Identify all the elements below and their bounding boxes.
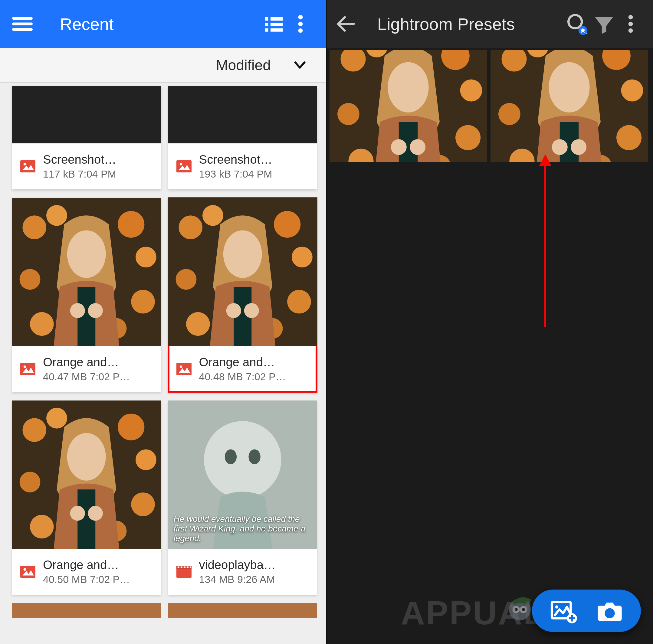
file-name-label: Screenshot… — [43, 153, 154, 166]
file-card[interactable]: Screenshot…117 kB 7:04 PM — [12, 86, 161, 189]
file-thumbnail — [12, 400, 161, 549]
file-caption-bar: Screenshot…193 kB 7:04 PM — [168, 143, 317, 189]
svg-point-37 — [298, 15, 303, 20]
file-thumbnail — [168, 86, 317, 143]
subtitle-caption: He would eventually be called the first … — [168, 514, 317, 543]
lightroom-title: Lightroom Presets — [359, 14, 564, 34]
file-name-label: Screenshot… — [199, 153, 311, 166]
svg-rect-31 — [265, 17, 268, 21]
image-file-icon — [175, 157, 193, 175]
file-card[interactable]: Orange and…40.47 MB 7:02 P… — [12, 198, 161, 392]
svg-point-41 — [569, 15, 582, 28]
file-card-partial — [12, 603, 317, 618]
search-people-icon[interactable] — [564, 10, 591, 37]
file-meta-label: 134 MB 9:26 AM — [199, 573, 311, 585]
annotation-arrow-icon — [545, 163, 546, 327]
svg-point-51 — [515, 608, 518, 611]
svg-rect-34 — [270, 23, 283, 26]
file-meta-label: 40.47 MB 7:02 P… — [43, 371, 154, 382]
file-name-label: Orange and… — [43, 558, 154, 572]
file-thumbnail — [12, 198, 161, 346]
lightroom-thumbnail[interactable] — [330, 50, 487, 162]
add-photos-fab[interactable] — [532, 590, 641, 632]
svg-point-50 — [520, 606, 527, 613]
sort-bar[interactable]: Modified — [0, 48, 326, 83]
menu-icon[interactable] — [9, 10, 36, 37]
lightroom-thumbnail[interactable] — [490, 50, 648, 162]
svg-point-47 — [628, 28, 633, 33]
lightroom-header: Lightroom Presets — [326, 0, 653, 48]
camera-icon — [595, 596, 625, 626]
file-picker-header: Recent — [0, 0, 326, 48]
svg-rect-32 — [270, 17, 283, 21]
sort-label: Modified — [216, 57, 271, 74]
svg-point-45 — [628, 15, 633, 20]
chevron-down-icon — [292, 57, 308, 73]
svg-point-38 — [298, 22, 303, 26]
file-card[interactable]: Screenshot…193 kB 7:04 PM — [168, 86, 317, 189]
file-name-label: Orange and… — [199, 355, 311, 369]
image-file-icon — [19, 360, 37, 378]
file-name-label: Orange and… — [43, 355, 154, 369]
file-meta-label: 40.48 MB 7:02 P… — [199, 371, 311, 382]
add-image-icon — [548, 596, 578, 626]
lightroom-grid — [326, 48, 653, 165]
overflow-menu-icon[interactable] — [287, 10, 314, 37]
view-list-icon[interactable] — [261, 10, 287, 37]
svg-point-49 — [513, 606, 520, 613]
file-thumbnail — [12, 86, 161, 143]
file-thumbnail: He would eventually be called the first … — [168, 400, 317, 549]
svg-point-52 — [522, 608, 525, 611]
file-caption-bar: Orange and…40.50 MB 7:02 P… — [12, 549, 161, 595]
svg-rect-33 — [265, 23, 268, 26]
svg-point-39 — [298, 28, 303, 33]
file-meta-label: 193 kB 7:04 PM — [199, 168, 311, 180]
file-meta-label: 40.50 MB 7:02 P… — [43, 573, 154, 585]
svg-point-58 — [605, 608, 614, 618]
file-card[interactable]: Orange and…40.50 MB 7:02 P… — [12, 400, 161, 595]
file-caption-bar: Orange and…40.47 MB 7:02 P… — [12, 346, 161, 392]
svg-point-48 — [509, 599, 531, 620]
svg-point-54 — [555, 605, 558, 608]
file-picker-title: Recent — [36, 14, 261, 34]
file-caption-bar: Screenshot…117 kB 7:04 PM — [12, 143, 161, 189]
svg-point-46 — [628, 22, 633, 26]
file-card[interactable]: Orange and…40.48 MB 7:02 P… — [168, 198, 317, 392]
file-caption-bar: videoplayba…134 MB 9:26 AM — [168, 549, 317, 595]
file-card[interactable]: He would eventually be called the first … — [168, 400, 317, 595]
svg-rect-36 — [270, 28, 283, 32]
overflow-menu-icon[interactable] — [617, 10, 644, 37]
image-file-icon — [19, 157, 37, 175]
image-file-icon — [19, 563, 37, 581]
file-name-label: videoplayba… — [199, 558, 311, 572]
lightroom-panel: Lightroom Presets APPUALS — [326, 0, 653, 644]
video-file-icon — [175, 563, 193, 581]
file-picker-panel: Recent Modified Screenshot…117 kB 7:04 P… — [0, 0, 326, 644]
image-file-icon — [175, 360, 193, 378]
filter-icon[interactable] — [591, 10, 617, 37]
svg-marker-44 — [595, 17, 613, 34]
back-icon[interactable] — [333, 10, 359, 37]
file-meta-label: 117 kB 7:04 PM — [43, 168, 154, 180]
file-grid: Screenshot…117 kB 7:04 PMScreenshot…193 … — [0, 83, 326, 644]
file-caption-bar: Orange and…40.48 MB 7:02 P… — [168, 346, 317, 392]
file-thumbnail — [168, 198, 317, 346]
svg-rect-35 — [265, 28, 268, 32]
